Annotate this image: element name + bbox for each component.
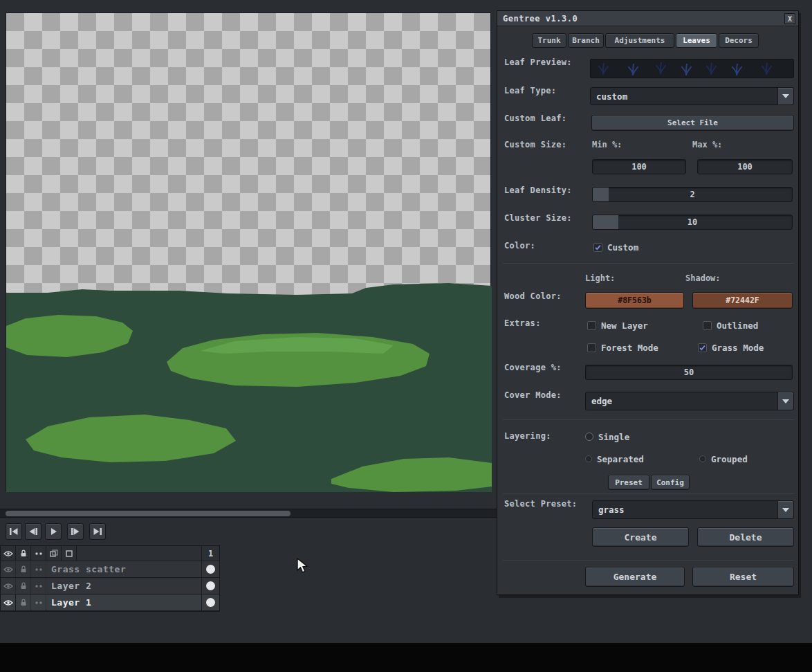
close-button[interactable]: X [784,13,795,24]
cel-cell[interactable] [201,578,219,594]
layer-visibility-toggle[interactable] [1,594,16,610]
prev-frame-button[interactable] [25,523,41,540]
create-button[interactable]: Create [592,527,689,547]
delete-button[interactable]: Delete [697,527,794,547]
tab-branch[interactable]: Branch [568,33,604,48]
horizontal-scrollbar[interactable] [0,509,497,518]
forest-mode-checkbox[interactable]: Forest Mode [587,342,658,353]
tab-adjustments[interactable]: Adjustments [605,33,674,48]
leaf-type-label: Leaf Type: [504,86,556,96]
checkbox-label: Forest Mode [601,343,658,353]
generate-button[interactable]: Generate [585,567,685,587]
dialog-title: Gentree v1.3.0 [503,14,578,24]
play-button[interactable] [45,523,62,540]
wood-shadow-hex: #72442F [726,296,759,305]
layer-lock-toggle[interactable] [16,578,31,594]
timeline-options-button[interactable] [62,546,77,561]
select-preset-dropdown[interactable]: grass [592,500,794,519]
layer-visibility-toggle[interactable] [1,561,16,577]
layer-row-grass-scatter[interactable]: Grass scatter [1,561,219,578]
leaf-type-dropdown[interactable]: custom [590,87,794,105]
layering-single-radio[interactable]: Single [585,431,629,442]
wood-light-color-button[interactable]: #8F563b [585,292,684,309]
button-label: Preset [615,478,643,487]
tab-label: Branch [572,36,600,45]
layer-row-layer-1[interactable]: Layer 1 [1,594,219,611]
artwork-grass-hills [6,13,492,492]
select-file-button[interactable]: Select File [591,115,794,131]
color-label: Color: [504,241,535,251]
coverage-label: Coverage %: [504,363,562,372]
separator [503,560,794,561]
onion-skin-button[interactable] [46,546,62,561]
cover-mode-dropdown[interactable]: edge [585,392,794,410]
wood-light-hex: #8F563b [618,296,651,305]
layering-separated-radio[interactable]: Separated [585,453,644,464]
close-icon: X [788,15,792,23]
layer-row-layer-2[interactable]: Layer 2 [1,578,219,594]
cel-cell[interactable] [201,594,219,610]
cel-cell[interactable] [201,561,219,577]
lock-icon [20,550,27,557]
tab-leaves[interactable]: Leaves [676,33,717,48]
scrollbar-handle[interactable] [6,511,290,516]
max-percent-slider[interactable]: 100 [697,159,793,174]
layer-lock-toggle[interactable] [16,561,31,577]
canvas-viewport[interactable] [6,12,491,491]
tab-trunk[interactable]: Trunk [532,33,566,48]
layer-continuous-toggle[interactable] [31,594,46,610]
coverage-slider[interactable]: 50 [585,365,793,380]
dialog-titlebar[interactable]: Gentree v1.3.0 [497,11,798,26]
layering-grouped-radio[interactable]: Grouped [699,453,748,464]
grass-mode-checkbox[interactable]: Grass Mode [698,342,764,353]
layer-name[interactable]: Layer 2 [46,578,201,594]
radio-icon [585,455,592,462]
min-percent-value: 100 [593,160,685,174]
next-frame-button[interactable] [67,523,84,540]
dropdown-button[interactable] [777,88,793,105]
checkbox-check-icon [698,343,707,352]
dropdown-button[interactable] [777,392,793,410]
layer-lock-toggle[interactable] [16,594,31,610]
layer-continuous-toggle[interactable] [31,578,46,594]
leaf-sprite-icon [762,64,771,74]
checkbox-icon [703,321,712,330]
timeline-panel: 1 Grass scatter Layer 2 [0,545,220,612]
checkbox-label: Custom [607,242,638,253]
config-button[interactable]: Config [651,475,690,490]
radio-icon [699,455,706,462]
toggle-all-continuous-button[interactable] [31,546,46,561]
outlined-checkbox[interactable]: Outlined [703,320,758,331]
footer-bar [0,643,812,672]
reset-button[interactable]: Reset [692,567,794,587]
play-icon [49,527,57,536]
wood-shadow-color-button[interactable]: #72442F [692,292,793,309]
tab-label: Adjustments [615,36,665,45]
onion-dots-icon [35,584,43,588]
leaf-density-label: Leaf Density: [504,185,572,195]
skip-end-button[interactable] [89,523,106,540]
tab-decors[interactable]: Decors [719,33,759,48]
preset-button[interactable]: Preset [608,475,649,490]
layer-continuous-toggle[interactable] [31,561,46,577]
layer-visibility-toggle[interactable] [1,578,16,594]
cluster-size-slider[interactable]: 10 [592,215,793,230]
checkbox-check-icon [593,243,602,252]
color-custom-checkbox[interactable]: Custom [593,242,638,253]
layer-name[interactable]: Grass scatter [46,561,201,577]
skip-start-button[interactable] [6,523,22,540]
dropdown-button[interactable] [777,501,793,518]
custom-size-label: Custom Size: [504,140,566,149]
leaf-sprite-icon [732,64,741,75]
eye-icon [3,550,13,557]
timeline-header: 1 [1,546,219,561]
toggle-all-visibility-button[interactable] [1,546,16,561]
leaf-density-slider[interactable]: 2 [592,187,793,202]
min-percent-slider[interactable]: 100 [592,159,686,174]
tab-label: Decors [725,36,753,45]
layer-name[interactable]: Layer 1 [46,594,201,610]
toggle-all-lock-button[interactable] [16,546,31,561]
new-layer-checkbox[interactable]: New Layer [587,320,648,331]
frame-header-cell[interactable]: 1 [201,546,219,561]
skip-end-icon [93,527,102,536]
